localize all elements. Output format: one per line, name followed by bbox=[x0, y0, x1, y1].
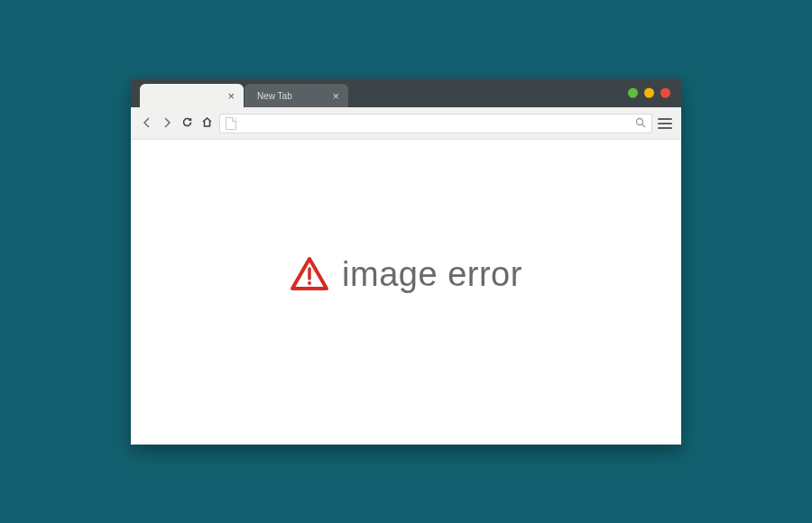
back-button[interactable] bbox=[140, 117, 154, 130]
home-button[interactable] bbox=[199, 116, 214, 130]
search-icon[interactable] bbox=[635, 115, 646, 132]
menu-button[interactable] bbox=[658, 116, 672, 131]
page-content: image error bbox=[131, 140, 681, 445]
svg-point-0 bbox=[637, 118, 643, 124]
tab-active[interactable]: × bbox=[140, 84, 244, 107]
address-bar[interactable] bbox=[219, 114, 652, 133]
reload-button[interactable] bbox=[180, 116, 194, 130]
svg-line-1 bbox=[642, 124, 645, 126]
warning-icon bbox=[290, 256, 329, 292]
minimize-button[interactable] bbox=[628, 88, 638, 98]
close-icon[interactable]: × bbox=[226, 90, 236, 102]
address-input[interactable] bbox=[242, 118, 630, 129]
close-window-button[interactable] bbox=[660, 88, 670, 98]
error-message: image error bbox=[342, 255, 522, 294]
svg-point-3 bbox=[308, 281, 311, 285]
maximize-button[interactable] bbox=[644, 88, 654, 98]
close-icon[interactable]: × bbox=[330, 90, 341, 102]
tab-new[interactable]: New Tab × bbox=[245, 84, 348, 107]
window-controls bbox=[628, 88, 670, 98]
page-icon bbox=[226, 117, 236, 130]
tab-label: New Tab bbox=[257, 91, 330, 101]
forward-button[interactable] bbox=[160, 117, 174, 130]
toolbar bbox=[131, 107, 681, 140]
browser-window: × New Tab × bbox=[131, 78, 681, 445]
tab-strip: × New Tab × bbox=[131, 78, 681, 107]
